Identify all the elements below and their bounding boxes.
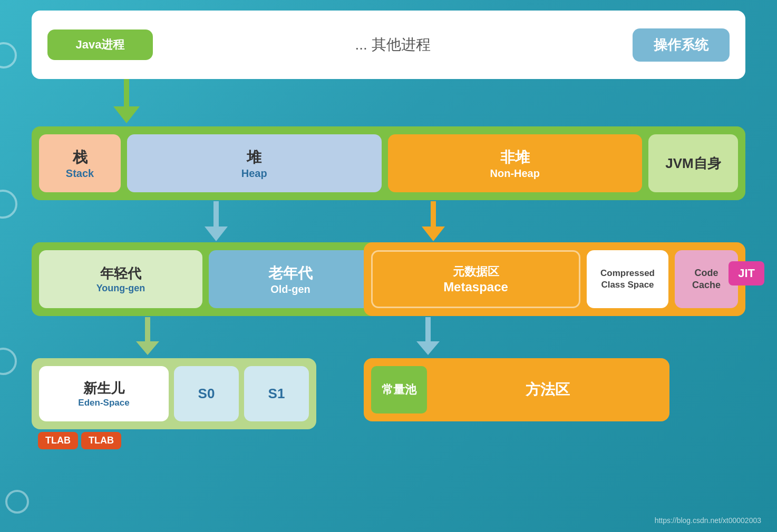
s1-box: S1 xyxy=(244,366,309,421)
tlab-row: TLAB TLAB xyxy=(38,432,121,449)
arrow-shaft xyxy=(124,79,129,106)
compressed-class-label: CompressedClass Space xyxy=(600,268,655,291)
footer-url-text: https://blog.csdn.net/xt00002003 xyxy=(655,516,761,525)
nonheap-cn: 非堆 xyxy=(500,147,530,168)
young-gen-cn: 年轻代 xyxy=(100,264,141,283)
code-cache-label: CodeCache xyxy=(692,267,721,292)
old-gen-box: 老年代 Old-gen xyxy=(209,250,372,308)
s0-label: S0 xyxy=(198,386,215,402)
lower-left-row: 年轻代 Young-gen 老年代 Old-gen xyxy=(32,242,380,316)
jit-badge: JIT xyxy=(729,261,764,285)
java-process-label: Java进程 xyxy=(76,38,125,51)
arrow-heap-down xyxy=(205,201,228,241)
method-area-box: 方法区 xyxy=(433,366,662,413)
tlab-badge-1: TLAB xyxy=(38,432,78,449)
top-band: Java进程 ... 其他进程 操作系统 xyxy=(32,11,745,79)
jvm-box: JVM自身 xyxy=(648,134,738,192)
deco-circle-1 xyxy=(0,42,17,68)
arrow-shaft-meta xyxy=(425,317,431,341)
bottom-left-row: 新生儿 Eden-Space S0 S1 xyxy=(32,358,316,429)
arrow-meta-down xyxy=(416,317,440,355)
mid-band: 栈 Stack 堆 Heap 非堆 Non-Heap JVM自身 xyxy=(32,126,745,200)
arrow-shaft-heap xyxy=(213,201,219,226)
heap-box: 堆 Heap xyxy=(127,134,382,192)
old-gen-cn: 老年代 xyxy=(268,263,313,283)
jit-label: JIT xyxy=(738,267,755,280)
top-row: Java进程 ... 其他进程 操作系统 xyxy=(32,11,745,79)
constant-pool-box: 常量池 xyxy=(371,366,427,413)
old-gen-en: Old-gen xyxy=(270,283,310,295)
deco-circle-2 xyxy=(0,190,17,219)
arrow-young-down xyxy=(136,317,159,355)
bottom-left-band: 新生儿 Eden-Space S0 S1 xyxy=(32,358,316,429)
s1-label: S1 xyxy=(268,386,285,402)
metaspace-cn: 元数据区 xyxy=(453,264,499,280)
heap-cn: 堆 xyxy=(247,147,261,168)
lower-right-row: 元数据区 Metaspace CompressedClass Space Cod… xyxy=(364,242,745,316)
arrow-head-heap xyxy=(205,226,228,241)
tlab-2-label: TLAB xyxy=(89,435,114,446)
metaspace-box: 元数据区 Metaspace xyxy=(371,250,580,308)
other-process-label: ... 其他进程 xyxy=(153,35,633,55)
arrow-shaft-nonheap xyxy=(431,201,436,226)
nonheap-en: Non-Heap xyxy=(490,168,540,180)
stack-box: 栈 Stack xyxy=(39,134,121,192)
stack-cn: 栈 xyxy=(73,147,88,168)
mid-row: 栈 Stack 堆 Heap 非堆 Non-Heap JVM自身 xyxy=(32,126,745,200)
footer-url: https://blog.csdn.net/xt00002003 xyxy=(655,516,761,525)
bottom-right-row: 常量池 方法区 xyxy=(364,358,669,421)
arrow-head-meta xyxy=(416,341,440,355)
lower-right-band: 元数据区 Metaspace CompressedClass Space Cod… xyxy=(364,242,745,316)
deco-circle-3 xyxy=(0,348,17,375)
s0-box: S0 xyxy=(174,366,239,421)
eden-box: 新生儿 Eden-Space xyxy=(39,366,169,421)
compressed-class-box: CompressedClass Space xyxy=(587,250,668,308)
constant-pool-label: 常量池 xyxy=(382,382,416,398)
arrow-head-young xyxy=(136,341,159,355)
arrow-nonheap-down xyxy=(422,201,445,241)
deco-circle-4 xyxy=(5,490,29,514)
os-box: 操作系统 xyxy=(633,28,730,62)
young-gen-box: 年轻代 Young-gen xyxy=(39,250,202,308)
jvm-cn: JVM自身 xyxy=(665,154,721,173)
os-label: 操作系统 xyxy=(654,37,708,53)
heap-en: Heap xyxy=(241,168,267,180)
stack-en: Stack xyxy=(66,168,94,180)
eden-cn: 新生儿 xyxy=(83,379,124,398)
young-gen-en: Young-gen xyxy=(96,283,145,294)
tlab-1-label: TLAB xyxy=(45,435,71,446)
arrow-head-nonheap xyxy=(422,226,445,241)
bottom-right-band: 常量池 方法区 xyxy=(364,358,669,421)
arrow-java-to-mid xyxy=(113,79,140,123)
tlab-badge-2: TLAB xyxy=(81,432,121,449)
java-process-box: Java进程 xyxy=(47,29,153,60)
lower-left-band: 年轻代 Young-gen 老年代 Old-gen xyxy=(32,242,380,316)
eden-en: Eden-Space xyxy=(78,398,129,408)
method-area-label: 方法区 xyxy=(526,380,570,400)
metaspace-en: Metaspace xyxy=(443,280,508,294)
arrow-shaft-young xyxy=(145,317,150,341)
nonheap-box: 非堆 Non-Heap xyxy=(388,134,643,192)
arrow-head xyxy=(113,106,140,123)
